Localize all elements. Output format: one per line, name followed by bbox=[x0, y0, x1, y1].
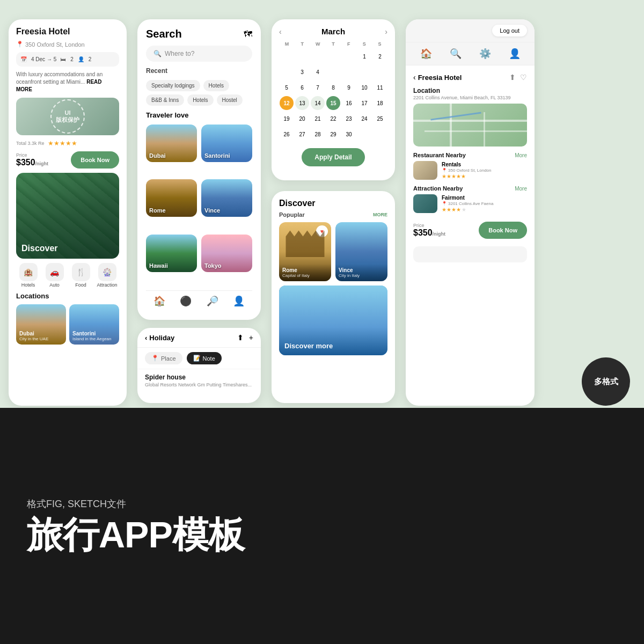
loc-dubai[interactable]: Dubai City in the UAE bbox=[16, 304, 66, 345]
settings-nav-icon[interactable]: ⚙️ bbox=[479, 48, 491, 60]
price-book-section: Price $350/night Book Now bbox=[413, 222, 527, 239]
cal-day-13[interactable]: 13 bbox=[295, 96, 309, 110]
cal-day-24[interactable]: 24 bbox=[357, 112, 371, 126]
cal-day-5[interactable]: 5 bbox=[280, 80, 294, 94]
restaurant-stars: ★★★★★ bbox=[442, 173, 527, 179]
popular-header: Popuplar MORE bbox=[279, 211, 387, 218]
cal-empty bbox=[310, 49, 325, 64]
cal-day-19[interactable]: 19 bbox=[280, 112, 294, 126]
cal-day-4[interactable]: 4 bbox=[311, 65, 325, 79]
cal-next-icon[interactable]: › bbox=[385, 27, 387, 36]
cal-day-27[interactable]: 27 bbox=[295, 127, 309, 141]
search-nav-icon[interactable]: 🔍 bbox=[450, 48, 462, 60]
search-bar[interactable]: 🔍 Where to? bbox=[146, 46, 252, 62]
cat-attraction[interactable]: 🎡 Attraction bbox=[95, 263, 119, 288]
cal-day-11[interactable]: 11 bbox=[373, 80, 387, 94]
cal-day-8[interactable]: 8 bbox=[326, 80, 340, 94]
cal-day-26[interactable]: 26 bbox=[280, 127, 294, 141]
cal-day-30[interactable]: 30 bbox=[342, 127, 356, 141]
discover-more-banner[interactable]: Discover more bbox=[279, 286, 387, 355]
back-chevron-icon[interactable]: ‹ bbox=[145, 334, 147, 342]
map-view[interactable] bbox=[413, 104, 527, 147]
dest-santorini[interactable]: Santorini bbox=[201, 125, 252, 162]
cards-layout: Freesia Hotel 📍 350 Oxford St, London 📅 … bbox=[9, 9, 635, 416]
restaurant-more[interactable]: More bbox=[515, 152, 527, 158]
settings-bar: Log out bbox=[406, 19, 535, 42]
profile-nav-icon[interactable]: 👤 bbox=[509, 48, 521, 60]
search-title: Search bbox=[146, 28, 182, 40]
dest-vince[interactable]: Vince bbox=[201, 179, 252, 217]
cal-day-28[interactable]: 28 bbox=[311, 127, 325, 141]
logout-button[interactable]: Log out bbox=[492, 25, 527, 36]
tag-hotels-2[interactable]: Hotels bbox=[187, 94, 213, 106]
search-icon: 🔍 bbox=[153, 50, 162, 57]
discover-more-label: Discover more bbox=[284, 342, 333, 350]
tag-specialty[interactable]: Specialty lodgings bbox=[146, 80, 200, 91]
nav-profile-icon[interactable]: 👤 bbox=[233, 295, 245, 307]
cat-hotels[interactable]: 🏨 Hotels bbox=[16, 263, 40, 288]
cal-day-14[interactable]: 14 bbox=[311, 96, 325, 110]
hotel-action-icons: ⬆ ♡ bbox=[509, 73, 527, 82]
more-button[interactable]: MORE bbox=[373, 212, 387, 217]
traveler-love-label: Traveler love bbox=[146, 111, 252, 119]
dest-rome[interactable]: Rome bbox=[146, 179, 197, 217]
card-discover: Discover Popuplar MORE ♥ Rome Capital of… bbox=[272, 191, 395, 403]
attraction-addr: 3201 Collins Ave Faena bbox=[448, 201, 493, 206]
map-icon[interactable]: 🗺 bbox=[244, 30, 252, 39]
hotel-price-section: Price $350/night bbox=[413, 223, 445, 238]
hotel-description: With luxury accommodations and an oceanf… bbox=[16, 71, 119, 93]
cal-day-10[interactable]: 10 bbox=[357, 80, 371, 94]
book-now-button-1[interactable]: Book Now bbox=[71, 151, 119, 169]
cal-day-2[interactable]: 2 bbox=[373, 49, 387, 63]
cal-day-18[interactable]: 18 bbox=[373, 96, 387, 110]
nav-home-icon[interactable]: 🏠 bbox=[153, 295, 165, 307]
cal-day-17[interactable]: 17 bbox=[357, 96, 371, 110]
cal-day-21[interactable]: 21 bbox=[311, 112, 325, 126]
cal-day-9[interactable]: 9 bbox=[342, 80, 356, 94]
cat-auto[interactable]: 🚗 Auto bbox=[42, 263, 67, 288]
hotel-detail-content: ‹ Freesia Hotel ⬆ ♡ Location 2201 Collin… bbox=[406, 65, 535, 270]
add-icon[interactable]: + bbox=[249, 333, 253, 342]
cal-day-23[interactable]: 23 bbox=[342, 112, 356, 126]
location-grid: Dubai City in the UAE Santorini Island i… bbox=[16, 304, 119, 345]
nav-dot-icon[interactable]: ⚫ bbox=[180, 295, 192, 307]
cal-day-16[interactable]: 16 bbox=[342, 96, 356, 110]
cal-day-25[interactable]: 25 bbox=[373, 112, 387, 126]
calendar-days-grid: 1 2 3 4 5 6 7 8 9 10 11 12 13 bbox=[279, 49, 387, 142]
tag-bnb[interactable]: B&B & Inns bbox=[146, 94, 184, 106]
cal-day-3[interactable]: 3 bbox=[295, 65, 309, 79]
cal-day-20[interactable]: 20 bbox=[295, 112, 309, 126]
book-now-button-detail[interactable]: Book Now bbox=[479, 222, 527, 239]
favorite-icon[interactable]: ♡ bbox=[520, 73, 527, 82]
cal-day-22[interactable]: 22 bbox=[326, 112, 340, 126]
tab-place[interactable]: 📍 Place bbox=[145, 352, 182, 364]
attraction-more[interactable]: More bbox=[515, 186, 527, 192]
cat-food[interactable]: 🍴 Food bbox=[69, 263, 93, 288]
cal-day-6[interactable]: 6 bbox=[295, 80, 309, 94]
cal-empty bbox=[357, 127, 372, 142]
loc-santorini[interactable]: Santorini Island in the Aegean bbox=[69, 304, 119, 345]
tag-hotels-1[interactable]: Hotels bbox=[203, 80, 229, 91]
back-icon[interactable]: ‹ bbox=[413, 73, 416, 82]
dest-dubai[interactable]: Dubai bbox=[146, 125, 197, 162]
tag-hostel[interactable]: Hostel bbox=[217, 94, 243, 106]
dest-tokyo[interactable]: Tokyo bbox=[201, 235, 252, 272]
place-rome[interactable]: ♥ Rome Capital of Italy bbox=[279, 222, 331, 281]
cal-day-12-selected[interactable]: 12 bbox=[280, 96, 294, 110]
apply-detail-button[interactable]: Apply Detail bbox=[302, 148, 364, 166]
home-nav-icon[interactable]: 🏠 bbox=[420, 48, 432, 60]
cal-day-15-selected[interactable]: 15 bbox=[326, 96, 340, 110]
place-vince[interactable]: Vince City in Italy bbox=[335, 222, 387, 281]
nav-explore-icon[interactable]: 🔎 bbox=[207, 295, 218, 307]
share-icon[interactable]: ⬆ bbox=[237, 333, 244, 342]
cal-empty bbox=[279, 64, 294, 79]
tab-note[interactable]: 📝 Note bbox=[187, 352, 222, 364]
upload-icon[interactable]: ⬆ bbox=[509, 73, 516, 82]
cal-day-29[interactable]: 29 bbox=[326, 127, 340, 141]
search-input[interactable]: Where to? bbox=[165, 50, 194, 57]
cal-day-1[interactable]: 1 bbox=[357, 49, 371, 63]
total-reviews: Total 3.3k Re bbox=[16, 141, 45, 146]
cal-day-7[interactable]: 7 bbox=[311, 80, 325, 94]
cal-prev-icon[interactable]: ‹ bbox=[279, 27, 282, 36]
dest-hawaii[interactable]: Hawaii bbox=[146, 235, 197, 272]
